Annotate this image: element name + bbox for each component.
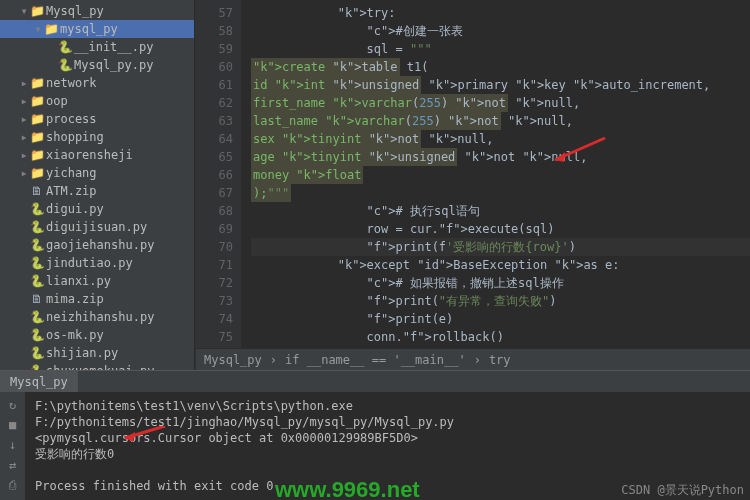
file-icon: 🗎 [30,184,44,198]
code-line[interactable]: "c"># 如果报错，撤销上述sql操作 [251,274,750,292]
code-content[interactable]: "k">try: "c">#创建一张表 sql = """"k">create … [241,0,750,348]
tree-item-label: jindutiao.py [46,256,133,270]
tree-twisty-icon[interactable]: ▾ [32,22,44,36]
code-line[interactable]: conn."f">rollback() [251,328,750,346]
code-line[interactable]: last_name "k">varchar(255) "k">not "k">n… [251,112,750,130]
file-icon: 🐍 [30,364,44,370]
tree-item[interactable]: 🐍diguijisuan.py [0,218,194,236]
console-tab[interactable]: Mysql_py [0,371,78,392]
project-tree[interactable]: ▾📁Mysql_py▾📁mysql_py🐍__init__.py🐍Mysql_p… [0,0,195,370]
run-tool-window: Mysql_py ↻ ■ ↓ ⇄ ⎙ F:\pythonitems\test1\… [0,370,750,500]
tree-item-label: neizhihanshu.py [46,310,154,324]
tree-item-label: digui.py [46,202,104,216]
tree-item[interactable]: 🗎ATM.zip [0,182,194,200]
tree-item[interactable]: ▾📁Mysql_py [0,2,194,20]
tree-item[interactable]: ▸📁oop [0,92,194,110]
code-line[interactable]: "f">print(e) [251,310,750,328]
tree-item-label: mysql_py [60,22,118,36]
rerun-icon[interactable]: ↻ [9,398,16,412]
tree-item[interactable]: 🐍shijian.py [0,344,194,362]
tree-item-label: diguijisuan.py [46,220,147,234]
breadcrumb-item[interactable]: try [489,353,511,367]
console-tab-bar[interactable]: Mysql_py [0,371,750,392]
tree-twisty-icon[interactable]: ▸ [18,130,30,144]
tree-item-label: __init__.py [74,40,153,54]
tree-item-label: gaojiehanshu.py [46,238,154,252]
tree-item[interactable]: ▸📁xiaorensheji [0,146,194,164]
tree-item-label: shopping [46,130,104,144]
tree-twisty-icon[interactable]: ▾ [18,4,30,18]
code-line[interactable]: "k">create "k">table t1( [251,58,750,76]
annotation-arrow [550,138,610,173]
tree-twisty-icon[interactable]: ▸ [18,94,30,108]
tree-item[interactable]: ▸📁process [0,110,194,128]
tree-item-label: mima.zip [46,292,104,306]
tree-twisty-icon[interactable]: ▸ [18,76,30,90]
breadcrumb-item[interactable]: if __name__ == '__main__' [285,353,466,367]
tree-item-label: ATM.zip [46,184,97,198]
file-icon: 📁 [30,94,44,108]
tree-item[interactable]: 🐍os-mk.py [0,326,194,344]
editor-breadcrumb[interactable]: Mysql_py› if __name__ == '__main__'› try [196,348,750,370]
code-line[interactable]: "f">print("有异常，查询失败") [251,292,750,310]
code-line[interactable]: "f">print(f'受影响的行数{row}') [251,238,750,256]
annotation-arrow [120,426,170,450]
line-gutter[interactable]: 57585960616263646566676869707172737475 [196,0,241,348]
wrap-icon[interactable]: ⇄ [9,458,16,472]
code-line[interactable]: id "k">int "k">unsigned "k">primary "k">… [251,76,750,94]
tree-item[interactable]: 🐍digui.py [0,200,194,218]
watermark-credit: CSDN @景天说Python [621,482,744,498]
tree-item[interactable]: 🐍lianxi.py [0,272,194,290]
console-line [35,462,740,478]
tree-item-label: shijian.py [46,346,118,360]
print-icon[interactable]: ⎙ [9,478,16,492]
code-line[interactable]: sex "k">tinyint "k">not "k">null, [251,130,750,148]
file-icon: 🐍 [58,40,72,54]
tree-item-label: xiaorensheji [46,148,133,162]
file-icon: 📁 [30,112,44,126]
tree-item[interactable]: ▸📁yichang [0,164,194,182]
stop-icon[interactable]: ■ [9,418,16,432]
code-line[interactable]: first_name "k">varchar(255) "k">not "k">… [251,94,750,112]
file-icon: 🐍 [30,202,44,216]
file-icon: 🗎 [30,292,44,306]
code-line[interactable]: age "k">tinyint "k">unsigned "k">not "k"… [251,148,750,166]
tree-twisty-icon[interactable]: ▸ [18,112,30,126]
tree-item[interactable]: ▸📁shopping [0,128,194,146]
code-line[interactable]: "c">#创建一张表 [251,22,750,40]
tree-item-label: process [46,112,97,126]
code-line[interactable]: "k">except "id">BaseException "k">as e: [251,256,750,274]
tree-item[interactable]: 🐍shuxuemokuai.py [0,362,194,370]
code-line[interactable]: row = cur."f">execute(sql) [251,220,750,238]
tree-item[interactable]: 🗎mima.zip [0,290,194,308]
file-icon: 🐍 [30,328,44,342]
tree-item[interactable]: ▸📁network [0,74,194,92]
tree-item[interactable]: 🐍jindutiao.py [0,254,194,272]
console-output[interactable]: F:\pythonitems\test1\venv\Scripts\python… [25,392,750,500]
tree-item[interactable]: 🐍__init__.py [0,38,194,56]
code-line[interactable]: );""" [251,184,750,202]
console-toolbar[interactable]: ↻ ■ ↓ ⇄ ⎙ [0,392,25,500]
tree-item[interactable]: 🐍neizhihanshu.py [0,308,194,326]
tree-item[interactable]: ▾📁mysql_py [0,20,194,38]
tree-twisty-icon[interactable]: ▸ [18,148,30,162]
watermark-url: www.9969.net [275,482,420,498]
file-icon: 🐍 [30,310,44,324]
down-icon[interactable]: ↓ [9,438,16,452]
code-line[interactable]: sql = """ [251,40,750,58]
file-icon: 🐍 [58,58,72,72]
breadcrumb-item[interactable]: Mysql_py [204,353,262,367]
tree-item-label: oop [46,94,68,108]
file-icon: 🐍 [30,220,44,234]
tree-item[interactable]: 🐍Mysql_py.py [0,56,194,74]
tree-item-label: lianxi.py [46,274,111,288]
editor-pane: 57585960616263646566676869707172737475 "… [195,0,750,370]
tree-item-label: Mysql_py [46,4,104,18]
tree-twisty-icon[interactable]: ▸ [18,166,30,180]
code-line[interactable]: "c"># 执行sql语句 [251,202,750,220]
tree-item[interactable]: 🐍gaojiehanshu.py [0,236,194,254]
code-line[interactable]: money "k">float [251,166,750,184]
file-icon: 🐍 [30,256,44,270]
file-icon: 📁 [30,76,44,90]
code-line[interactable]: "k">try: [251,4,750,22]
